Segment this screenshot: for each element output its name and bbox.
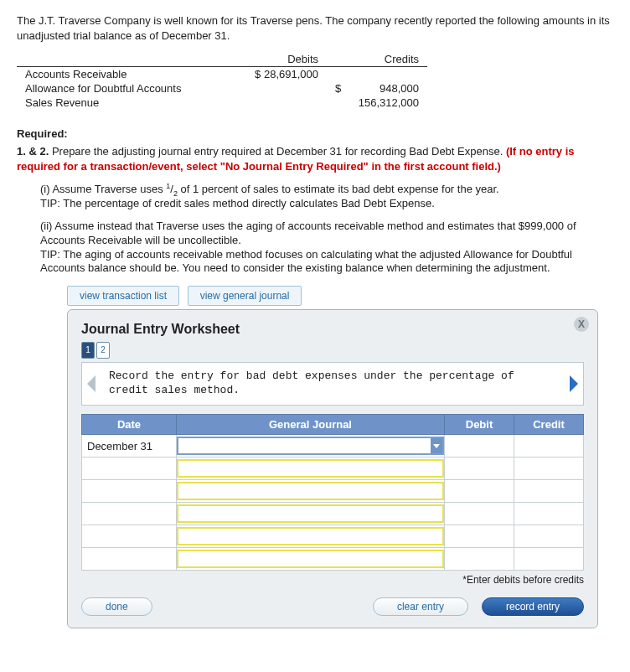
record-entry-button[interactable]: record entry xyxy=(482,597,584,616)
debit-cell-2[interactable] xyxy=(445,480,514,503)
debit-cell-3[interactable] xyxy=(445,503,514,525)
svg-marker-0 xyxy=(87,375,96,392)
journal-entry-worksheet-panel: X Journal Entry Worksheet 1 2 Record the… xyxy=(67,309,598,628)
view-general-journal-button[interactable]: view general journal xyxy=(188,286,302,306)
account-cell-1[interactable] xyxy=(177,457,445,480)
req-i-tip: TIP: The percentage of credit sales meth… xyxy=(40,197,435,209)
col-general-journal: General Journal xyxy=(177,415,445,435)
view-transaction-list-button[interactable]: view transaction list xyxy=(67,286,179,306)
row-ar: Accounts Receivable xyxy=(17,67,226,82)
close-icon[interactable]: X xyxy=(574,317,589,332)
done-button[interactable]: done xyxy=(81,597,152,616)
instruction-bar: Record the entry for bad debt expenses u… xyxy=(81,362,584,406)
account-cell-4[interactable] xyxy=(177,525,445,548)
account-cell-2[interactable] xyxy=(177,480,445,503)
instruction-text: Record the entry for bad debt expenses u… xyxy=(101,363,565,405)
row-sales-credit: 156,312,000 xyxy=(327,96,427,110)
date-cell-5[interactable] xyxy=(82,548,177,571)
col-date: Date xyxy=(82,415,177,435)
req-i-a: (i) Assume Traverse uses xyxy=(40,183,166,195)
date-cell-3[interactable] xyxy=(82,503,177,525)
pager: 1 2 xyxy=(81,342,584,359)
credit-cell-4[interactable] xyxy=(514,525,584,548)
account-cell-5[interactable] xyxy=(177,548,445,571)
footnote: *Enter debits before credits xyxy=(81,574,584,586)
row-allowance-credit: $948,000 xyxy=(327,81,427,96)
col-credits: Credits xyxy=(327,52,427,67)
date-cell-4[interactable] xyxy=(82,525,177,548)
date-cell-0[interactable]: December 31 xyxy=(82,435,177,457)
date-cell-2[interactable] xyxy=(82,480,177,503)
required-label: Required: xyxy=(17,127,68,140)
svg-marker-1 xyxy=(570,375,578,392)
clear-entry-button[interactable]: clear entry xyxy=(373,597,468,616)
row-allowance: Allowance for Doubtful Accounts xyxy=(17,81,226,96)
page-2-button[interactable]: 2 xyxy=(96,342,110,359)
row-sales: Sales Revenue xyxy=(17,96,226,110)
account-select-0[interactable] xyxy=(177,435,445,457)
col-credit: Credit xyxy=(514,415,584,435)
credit-cell-3[interactable] xyxy=(514,503,584,525)
col-debits: Debits xyxy=(226,52,327,67)
trial-balance-table: Debits Credits Accounts Receivable $ 28,… xyxy=(17,52,427,110)
next-arrow-icon[interactable] xyxy=(565,363,583,405)
req-ii-tip: TIP: The aging of accounts receivable me… xyxy=(40,248,572,275)
debit-cell-5[interactable] xyxy=(445,548,514,571)
req-text: Prepare the adjusting journal entry requ… xyxy=(49,145,506,158)
worksheet-title: Journal Entry Worksheet xyxy=(81,322,584,337)
page-1-button[interactable]: 1 xyxy=(81,342,95,359)
credit-cell-5[interactable] xyxy=(514,548,584,571)
prev-arrow-icon[interactable] xyxy=(82,363,101,405)
debit-cell-1[interactable] xyxy=(445,457,514,480)
debit-cell-0[interactable] xyxy=(445,435,514,457)
account-cell-3[interactable] xyxy=(177,503,445,525)
req-ii-a: (ii) Assume instead that Traverse uses t… xyxy=(40,220,576,246)
intro-text: The J.T. Traverse Company is well known … xyxy=(17,13,613,44)
date-cell-1[interactable] xyxy=(82,457,177,480)
col-debit: Debit xyxy=(445,415,514,435)
req-i-b: of 1 percent of sales to estimate its ba… xyxy=(178,183,499,195)
credit-cell-0[interactable] xyxy=(514,435,584,457)
credit-cell-2[interactable] xyxy=(514,480,584,503)
chevron-down-icon[interactable] xyxy=(431,438,442,453)
journal-entry-table: Date General Journal Debit Credit Decemb… xyxy=(81,414,584,571)
req-number: 1. & 2. xyxy=(17,145,49,158)
row-ar-debit: $ 28,691,000 xyxy=(226,67,327,82)
debit-cell-4[interactable] xyxy=(445,525,514,548)
credit-cell-1[interactable] xyxy=(514,457,584,480)
